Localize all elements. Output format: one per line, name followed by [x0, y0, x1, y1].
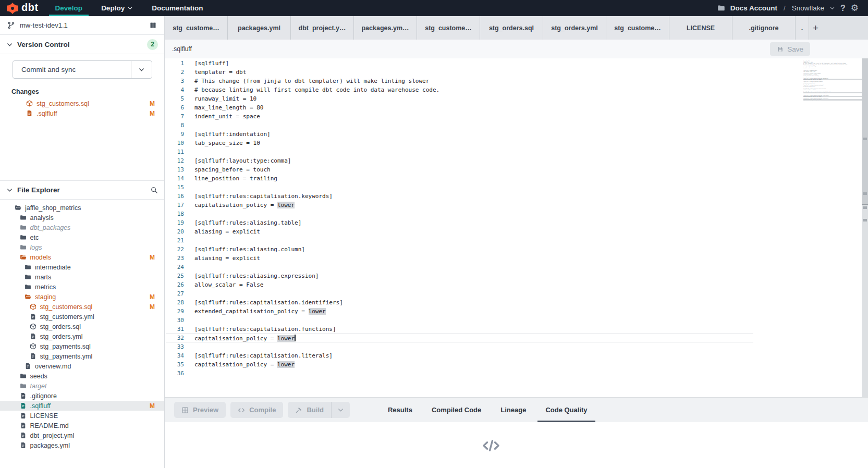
tree-item-stg-payments-sql[interactable]: stg_payments.sql	[0, 341, 164, 351]
code-line-32[interactable]: 32capitalisation_policy = lower	[165, 334, 862, 342]
tab-lineage[interactable]: Lineage	[500, 398, 526, 422]
code-line-36[interactable]: 36	[165, 369, 862, 378]
tree-item-intermediate[interactable]: intermediate	[0, 262, 164, 272]
code-line-11[interactable]: 11	[165, 147, 862, 156]
tree-item-stg-orders-sql[interactable]: stg_orders.sql	[0, 322, 164, 331]
chevron-down-icon[interactable]	[829, 5, 835, 11]
code-line-26[interactable]: 26allow_scalar = False	[165, 280, 862, 289]
tree-item-metrics[interactable]: metrics	[0, 282, 164, 292]
preview-button[interactable]: Preview	[174, 402, 226, 418]
panel-columns-icon[interactable]	[149, 21, 157, 29]
code-line-4[interactable]: 4# because linting will first compile db…	[165, 85, 862, 94]
connection-name[interactable]: Snowflake	[792, 4, 824, 12]
code-line-33[interactable]: 33	[165, 342, 862, 351]
search-icon[interactable]	[150, 186, 158, 194]
code-line-1[interactable]: 1[sqlfluff]	[165, 59, 862, 68]
code-line-31[interactable]: 31[sqlfluff:rules:capitalisation.functio…	[165, 325, 862, 334]
code-line-17[interactable]: 17capitalisation_policy = lower	[165, 201, 862, 210]
tree-item-jaffle-shop-metrics[interactable]: jaffle_shop_metrics	[0, 203, 164, 213]
commit-options-caret[interactable]	[131, 61, 152, 78]
code-line-15[interactable]: 15	[165, 183, 862, 192]
code-line-18[interactable]: 18	[165, 210, 862, 218]
change-item-stg-customers-sql[interactable]: stg_customers.sqlM	[0, 98, 164, 108]
code-line-35[interactable]: 35capitalisation_policy = lower	[165, 360, 862, 369]
code-line-5[interactable]: 5runaway_limit = 10	[165, 94, 862, 103]
tree-item-logs[interactable]: logs	[0, 242, 164, 252]
code-line-3[interactable]: 3# This change (from jinja to dbt templa…	[165, 77, 862, 85]
tree-item-stg-customers-yml[interactable]: stg_customers.yml	[0, 312, 164, 322]
editor-tab-stg-custome[interactable]: stg_custome…	[165, 16, 228, 40]
tree-item-etc[interactable]: etc	[0, 232, 164, 242]
help-icon[interactable]: ?	[840, 4, 846, 13]
tree-item-marts[interactable]: marts	[0, 272, 164, 282]
tab-results[interactable]: Results	[388, 398, 412, 422]
code-line-13[interactable]: 13spacing_before = touch	[165, 165, 862, 174]
code-line-28[interactable]: 28[sqlfluff:rules:capitalisation.identif…	[165, 298, 862, 307]
tab-compiled-code[interactable]: Compiled Code	[432, 398, 481, 422]
tree-item-dbt-project-yml[interactable]: dbt_project.yml	[0, 430, 164, 440]
code-line-27[interactable]: 27	[165, 289, 862, 298]
new-tab-button[interactable]: +	[809, 16, 822, 40]
code-line-23[interactable]: 23aliasing = explicit	[165, 254, 862, 263]
code-line-30[interactable]: 30	[165, 316, 862, 325]
editor-tab-stg-orders-sql[interactable]: stg_orders.sql	[480, 16, 543, 40]
editor-tab-license[interactable]: LICENSE	[669, 16, 732, 40]
tree-item-stg-orders-yml[interactable]: stg_orders.yml	[0, 331, 164, 341]
code-line-2[interactable]: 2templater = dbt	[165, 68, 862, 77]
tree-item-license[interactable]: LICENSE	[0, 411, 164, 421]
scrollbar-thumb[interactable]	[862, 58, 868, 204]
code-line-34[interactable]: 34[sqlfluff:rules:capitalisation.literal…	[165, 351, 862, 360]
code-line-25[interactable]: 25[sqlfluff:rules:aliasing.expression]	[165, 272, 862, 280]
tree-item-stg-payments-yml[interactable]: stg_payments.yml	[0, 351, 164, 361]
code-line-8[interactable]: 8	[165, 121, 862, 130]
code-line-9[interactable]: 9[sqlfluff:indentation]	[165, 130, 862, 139]
tab-code-quality[interactable]: Code Quality	[545, 398, 587, 422]
minimap[interactable]: [sqlfluff]templater = dbt# This change (…	[803, 60, 862, 102]
branch-selector[interactable]: mw-test-idev1.1	[0, 16, 164, 35]
code-line-7[interactable]: 7indent_unit = space	[165, 112, 862, 121]
version-control-header[interactable]: Version Control 2	[0, 35, 164, 54]
compile-button[interactable]: Compile	[230, 402, 283, 418]
editor-tab-[interactable]: .	[796, 16, 809, 40]
editor-tab-stg-custome[interactable]: stg_custome…	[606, 16, 669, 40]
code-line-16[interactable]: 16[sqlfluff:rules:capitalisation.keyword…	[165, 192, 862, 201]
editor-tab-packages-ym[interactable]: packages.ym…	[354, 16, 417, 40]
code-line-20[interactable]: 20aliasing = explicit	[165, 227, 862, 236]
code-line-6[interactable]: 6max_line_length = 80	[165, 103, 862, 112]
tree-item-staging[interactable]: stagingM	[0, 292, 164, 302]
code-line-19[interactable]: 19[sqlfluff:rules:aliasing.table]	[165, 218, 862, 227]
code-line-10[interactable]: 10tab_space_size = 10	[165, 139, 862, 147]
topbar-nav-develop[interactable]: Develop	[46, 0, 92, 16]
save-button[interactable]: Save	[770, 42, 810, 56]
dbt-logo[interactable]: dbt	[0, 0, 46, 16]
tree-item-analysis[interactable]: analysis	[0, 213, 164, 223]
tree-item-readme-md[interactable]: README.md	[0, 421, 164, 430]
commit-and-sync-button[interactable]: Commit and sync	[13, 60, 152, 79]
editor-tab-stg-orders-yml[interactable]: stg_orders.yml	[543, 16, 606, 40]
tree-item-models[interactable]: modelsM	[0, 252, 164, 262]
editor-tab-packages-yml[interactable]: packages.yml	[228, 16, 291, 40]
code-editor[interactable]: 1[sqlfluff]2templater = dbt3# This chang…	[165, 58, 862, 397]
editor-tab-dbt-project-y[interactable]: dbt_project.y…	[291, 16, 354, 40]
tree-item-sqlfluff[interactable]: .sqlfluffM	[0, 401, 164, 411]
editor-tab-gitignore[interactable]: .gitignore	[732, 16, 796, 40]
code-line-24[interactable]: 24	[165, 263, 862, 272]
change-item-sqlfluff[interactable]: .sqlfluffM	[0, 108, 164, 118]
tree-item-dbt-packages[interactable]: dbt_packages	[0, 223, 164, 232]
editor-tab-stg-custome[interactable]: stg_custome…	[417, 16, 480, 40]
code-line-21[interactable]: 21	[165, 236, 862, 245]
topbar-nav-deploy[interactable]: Deploy	[92, 0, 142, 16]
build-options-caret[interactable]	[331, 402, 350, 418]
tree-item-target[interactable]: target	[0, 381, 164, 391]
tree-item-stg-customers-sql[interactable]: stg_customers.sqlM	[0, 302, 164, 312]
build-button[interactable]: Build	[288, 402, 331, 418]
code-line-22[interactable]: 22[sqlfluff:rules:aliasing.column]	[165, 245, 862, 254]
gear-icon[interactable]: ⚙	[851, 4, 859, 13]
file-explorer-header[interactable]: File Explorer	[0, 180, 164, 200]
code-line-12[interactable]: 12[sqlfluff:layout:type:comma]	[165, 156, 862, 165]
account-name[interactable]: Docs Account	[730, 4, 777, 12]
tree-item-packages-yml[interactable]: packages.yml	[0, 440, 164, 450]
code-line-29[interactable]: 29extended_capitalisation_policy = lower	[165, 307, 862, 316]
topbar-nav-documentation[interactable]: Documentation	[142, 0, 212, 16]
tree-item-seeds[interactable]: seeds	[0, 371, 164, 381]
